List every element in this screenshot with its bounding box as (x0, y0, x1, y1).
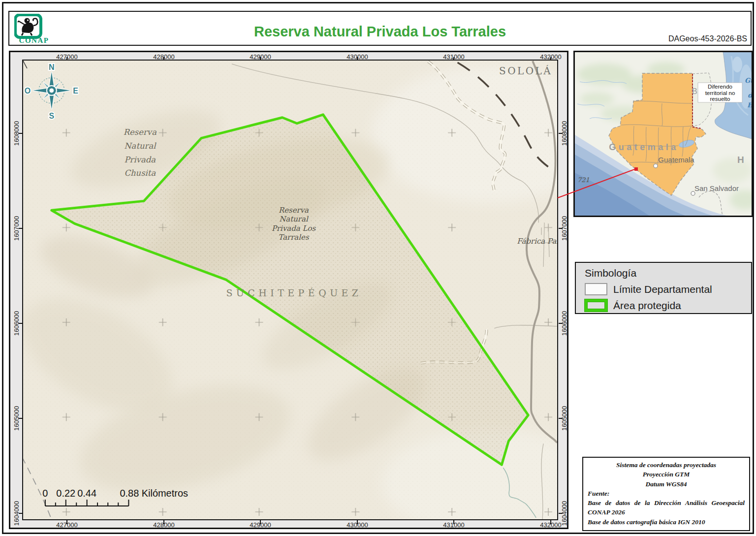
label-tarrales: Reserva (279, 206, 309, 215)
document-id: DAGeos-453-2026-BS (668, 34, 747, 43)
inset-map[interactable]: B Diferendo territorial no resuelto Gu d… (573, 51, 753, 217)
protected-area-swatch (585, 299, 607, 312)
label-fabrica: Fábrica Parn (517, 237, 557, 246)
compass-w: O (25, 87, 31, 95)
label-solola: SOLOLÁ (499, 65, 552, 77)
svg-text:Gu: Gu (745, 77, 752, 84)
legend: Simbología Límite Departamental Área pro… (575, 262, 752, 314)
inset-road-number: 721 (577, 176, 590, 184)
scale-022: 0.22 (56, 488, 75, 499)
inset-honduras-label: H o (737, 155, 752, 165)
departmental-limit-swatch (585, 283, 607, 295)
inset-belize-label: B (692, 87, 697, 95)
info-fuente: Fuente: (588, 489, 745, 498)
inset-dispute-callout: Diferendo territorial no resuelto (698, 83, 742, 102)
inset-city2-label: San Salvador (694, 184, 739, 192)
compass-n: N (49, 63, 55, 71)
svg-text:Privada: Privada (125, 155, 156, 164)
info-source3: Base de datos cartografía básica IGN 201… (588, 517, 745, 527)
svg-text:Chusita: Chusita (124, 168, 156, 178)
header-box: CONAP Reserva Natural Privada Los Tarral… (8, 11, 752, 46)
compass-s: S (49, 112, 55, 120)
info-line: Datum WGS84 (588, 479, 745, 489)
svg-text:d: d (748, 92, 752, 99)
scale-0: 0 (42, 488, 48, 499)
map-frame: 427000 428000 429000 430000 431000 43200… (9, 51, 568, 529)
inset-city-label: Guatemala (658, 156, 694, 164)
svg-text:resuelto: resuelto (710, 96, 730, 102)
svg-text:Hond: Hond (747, 101, 752, 109)
page-title: Reserva Natural Privada Los Tarrales (9, 24, 751, 40)
compass-e: E (73, 87, 78, 95)
map-canvas[interactable]: Reserva Natural Privada Chusita Reserva … (22, 60, 558, 520)
info-source1: Base de datos de la Dirección Análisis G… (588, 498, 745, 507)
inset-country-label: Guatemala (609, 142, 679, 152)
svg-text:Diferendo: Diferendo (708, 84, 732, 90)
svg-text:Privada Los: Privada Los (272, 224, 316, 233)
label-suchitepequez: SUCHITEPÉQUEZ (226, 287, 362, 298)
projection-info-box: Sistema de coordenadas proyectadas Proye… (582, 457, 750, 531)
info-line: Proyección GTM (588, 470, 745, 479)
info-source2: CONAP 2026 (588, 507, 745, 517)
label-chusita: Reserva (124, 127, 157, 137)
legend-title: Simbología (585, 267, 636, 279)
info-line: Sistema de coordenadas proyectadas (588, 460, 745, 470)
scale-088: 0.88 Kilómetros (120, 488, 188, 499)
inset-city-dot (654, 164, 658, 168)
svg-text:territorial no: territorial no (705, 90, 735, 96)
svg-text:Natural: Natural (124, 141, 157, 151)
scale-044: 0.44 (77, 488, 96, 499)
svg-text:Tarrales: Tarrales (278, 233, 310, 242)
svg-text:Natural: Natural (279, 215, 309, 223)
